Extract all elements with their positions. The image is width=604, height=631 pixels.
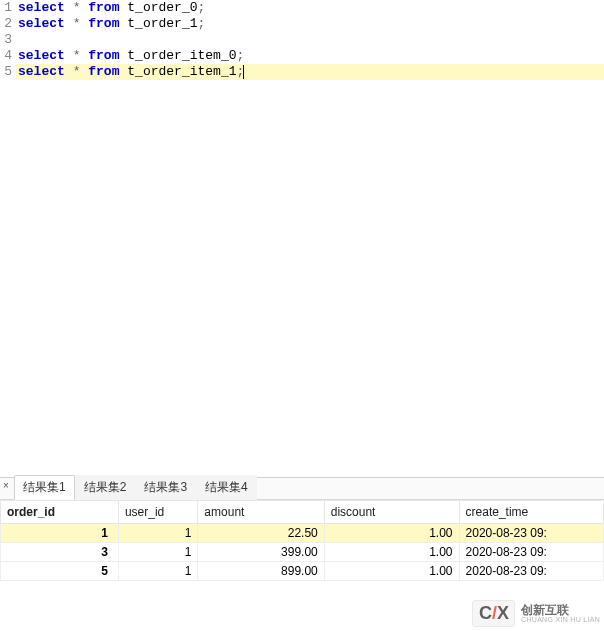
semicolon: ; <box>198 0 206 15</box>
watermark-cn-text: 创新互联 <box>521 604 600 616</box>
table-row[interactable]: 1122.501.002020-08-23 09: <box>1 524 604 543</box>
cell-user-id[interactable]: 1 <box>118 543 197 562</box>
code-content[interactable]: select * from t_order_item_0; <box>16 48 604 64</box>
cell-amount[interactable]: 22.50 <box>198 524 324 543</box>
gutter-line-number: 2 <box>0 16 16 32</box>
keyword-select: select <box>18 0 65 15</box>
results-pane: × 结果集1结果集2结果集3结果集4 order_iduser_idamount… <box>0 477 604 581</box>
keyword-select: select <box>18 48 65 63</box>
tab-results-3[interactable]: 结果集3 <box>135 475 196 500</box>
table-identifier: t_order_1 <box>127 16 197 31</box>
cell-discount[interactable]: 1.00 <box>324 524 459 543</box>
column-header-create_time[interactable]: create_time <box>459 501 603 524</box>
table-identifier: t_order_0 <box>127 0 197 15</box>
column-header-amount[interactable]: amount <box>198 501 324 524</box>
cell-user-id[interactable]: 1 <box>118 524 197 543</box>
watermark-slash-icon: / <box>492 603 496 624</box>
semicolon: ; <box>237 48 245 63</box>
cell-user-id[interactable]: 1 <box>118 562 197 581</box>
text-cursor <box>243 65 244 79</box>
column-header-discount[interactable]: discount <box>324 501 459 524</box>
keyword-from: from <box>88 0 119 15</box>
gutter-line-number: 4 <box>0 48 16 64</box>
keyword-from: from <box>88 64 119 79</box>
table-identifier: t_order_item_1 <box>127 64 236 79</box>
star-operator: * <box>73 64 81 79</box>
code-line[interactable]: 4select * from t_order_item_0; <box>0 48 604 64</box>
cell-create-time[interactable]: 2020-08-23 09: <box>459 562 603 581</box>
code-content[interactable]: select * from t_order_1; <box>16 16 604 32</box>
watermark-letter-c: C <box>479 603 491 624</box>
table-identifier: t_order_item_0 <box>127 48 236 63</box>
keyword-select: select <box>18 64 65 79</box>
code-line[interactable]: 3 <box>0 32 604 48</box>
column-header-order_id[interactable]: order_id <box>1 501 119 524</box>
watermark-logo: C / X 创新互联 CHUANG XIN HU LIAN <box>472 600 600 627</box>
code-content[interactable]: select * from t_order_item_1; <box>16 64 604 80</box>
table-row[interactable]: 51899.001.002020-08-23 09: <box>1 562 604 581</box>
gutter-line-number: 3 <box>0 32 16 48</box>
watermark-letter-x: X <box>497 603 508 624</box>
tab-results-1[interactable]: 结果集1 <box>14 475 75 500</box>
tab-results-4[interactable]: 结果集4 <box>196 475 257 500</box>
star-operator: * <box>73 16 81 31</box>
keyword-from: from <box>88 48 119 63</box>
close-icon[interactable]: × <box>0 478 12 496</box>
cell-amount[interactable]: 899.00 <box>198 562 324 581</box>
gutter-line-number: 1 <box>0 0 16 16</box>
star-operator: * <box>73 0 81 15</box>
sql-editor[interactable]: 1select * from t_order_0;2select * from … <box>0 0 604 477</box>
code-line[interactable]: 2select * from t_order_1; <box>0 16 604 32</box>
code-line[interactable]: 1select * from t_order_0; <box>0 0 604 16</box>
cell-create-time[interactable]: 2020-08-23 09: <box>459 543 603 562</box>
star-operator: * <box>73 48 81 63</box>
semicolon: ; <box>198 16 206 31</box>
watermark-badge: C / X <box>472 600 515 627</box>
code-content[interactable] <box>16 32 604 48</box>
keyword-select: select <box>18 16 65 31</box>
tab-results-2[interactable]: 结果集2 <box>75 475 136 500</box>
cell-discount[interactable]: 1.00 <box>324 543 459 562</box>
results-grid: order_iduser_idamountdiscountcreate_time… <box>0 500 604 581</box>
cell-order-id[interactable]: 5 <box>1 562 119 581</box>
table-row[interactable]: 31399.001.002020-08-23 09: <box>1 543 604 562</box>
cell-amount[interactable]: 399.00 <box>198 543 324 562</box>
keyword-from: from <box>88 16 119 31</box>
cell-order-id[interactable]: 3 <box>1 543 119 562</box>
cell-create-time[interactable]: 2020-08-23 09: <box>459 524 603 543</box>
results-tabs: 结果集1结果集2结果集3结果集4 <box>0 478 604 500</box>
column-header-user_id[interactable]: user_id <box>118 501 197 524</box>
gutter-line-number: 5 <box>0 64 16 80</box>
cell-order-id[interactable]: 1 <box>1 524 119 543</box>
code-line[interactable]: 5select * from t_order_item_1; <box>0 64 604 80</box>
code-content[interactable]: select * from t_order_0; <box>16 0 604 16</box>
watermark-en-text: CHUANG XIN HU LIAN <box>521 616 600 624</box>
cell-discount[interactable]: 1.00 <box>324 562 459 581</box>
